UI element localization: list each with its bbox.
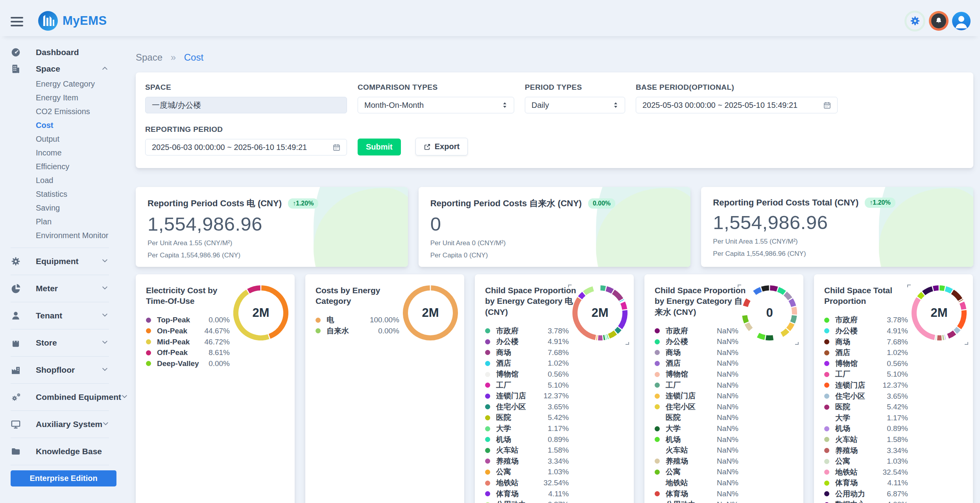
sidebar-subitem-co2-emissions[interactable]: CO2 Emissions	[11, 105, 111, 118]
legend-item[interactable]: 机场0.89%	[824, 423, 908, 435]
legend-item[interactable]: Off-Peak8.61%	[146, 347, 230, 358]
legend-item[interactable]: 养殖场3.34%	[485, 456, 569, 467]
sidebar-subitem-load[interactable]: Load	[11, 174, 111, 187]
sidebar-item-equipment[interactable]: Equipment	[11, 253, 111, 270]
legend-item[interactable]: 数据中心4.00%	[824, 499, 908, 503]
legend-item[interactable]: 自来水0.00%	[316, 325, 399, 337]
sidebar-subitem-income[interactable]: Income	[11, 146, 111, 160]
legend-item[interactable]: 连锁门店12.37%	[824, 380, 908, 391]
legend-item[interactable]: 连锁门店NaN%	[655, 390, 738, 401]
legend-item[interactable]: 公寓NaN%	[655, 467, 738, 478]
donut-chart[interactable]: 0	[742, 285, 797, 340]
legend-item[interactable]: 博物馆0.56%	[824, 358, 908, 369]
legend-item[interactable]: 住宅小区NaN%	[655, 401, 738, 412]
legend-item[interactable]: 市政府3.78%	[824, 315, 908, 326]
legend-item[interactable]: 电100.00%	[316, 315, 399, 326]
legend-item[interactable]: 地铁站32.54%	[485, 477, 569, 488]
legend-item[interactable]: 办公楼4.91%	[824, 325, 908, 337]
legend-item[interactable]: 大学1.17%	[485, 423, 569, 434]
legend-item[interactable]: 公寓1.03%	[824, 456, 908, 467]
base-period-input[interactable]: 2025-05-03 00:00:00 ~ 2025-05-10 15:49:2…	[636, 97, 838, 113]
legend-item[interactable]: 火车站NaN%	[655, 445, 738, 456]
legend-item[interactable]: 商场NaN%	[655, 347, 738, 358]
export-button[interactable]: Export	[415, 138, 468, 155]
legend-item[interactable]: 住宅小区3.65%	[824, 391, 908, 402]
donut-chart[interactable]: 2M	[572, 285, 627, 340]
app-logo[interactable]: MyEMS	[38, 11, 107, 31]
legend-item[interactable]: 工厂5.10%	[824, 369, 908, 380]
sidebar-subitem-environment-monitor[interactable]: Environment Monitor	[11, 229, 111, 242]
legend-item[interactable]: 市政府3.78%	[485, 325, 569, 337]
notifications-bell-icon[interactable]	[929, 11, 949, 31]
legend-item[interactable]: 体育场4.11%	[824, 478, 908, 489]
legend-item[interactable]: 大学NaN%	[655, 423, 738, 434]
sidebar-item-dashboard[interactable]: Dashboard	[11, 44, 111, 61]
legend-item[interactable]: On-Peak44.67%	[146, 325, 230, 337]
legend-item[interactable]: 住宅小区3.65%	[485, 401, 569, 412]
sidebar-item-tenant[interactable]: Tenant	[11, 307, 111, 324]
legend-item[interactable]: 地铁站NaN%	[655, 477, 738, 488]
legend-item[interactable]: 医院NaN%	[655, 412, 738, 423]
legend-item[interactable]: 地铁站32.54%	[824, 467, 908, 478]
sidebar-item-shopfloor[interactable]: Shopfloor	[11, 362, 111, 378]
submit-button[interactable]: Submit	[358, 139, 401, 155]
legend-item[interactable]: 火车站1.58%	[824, 434, 908, 445]
legend-item[interactable]: 养殖场3.34%	[824, 445, 908, 456]
sidebar-subitem-energy-item[interactable]: Energy Item	[11, 91, 111, 105]
legend-item[interactable]: 公用动力6.87%	[824, 488, 908, 499]
sidebar-item-store[interactable]: Store	[11, 335, 111, 351]
legend-item[interactable]: Mid-Peak46.72%	[146, 337, 230, 348]
legend-item[interactable]: 商场7.68%	[824, 337, 908, 348]
legend-item[interactable]: 工厂NaN%	[655, 380, 738, 391]
settings-gear-icon[interactable]	[904, 11, 925, 31]
legend-item[interactable]: 医院5.42%	[824, 401, 908, 412]
sidebar-item-space[interactable]: Space	[11, 61, 111, 77]
legend-item[interactable]: 公用动力6.87%	[485, 499, 569, 503]
legend-item[interactable]: Deep-Valley0.00%	[146, 358, 230, 369]
sidebar-item-knowledge-base[interactable]: Knowledge Base	[11, 443, 111, 460]
sidebar-subitem-saving[interactable]: Saving	[11, 201, 111, 215]
legend-item[interactable]: 火车站1.58%	[485, 445, 569, 456]
legend-item[interactable]: 体育场4.11%	[485, 488, 569, 499]
sidebar-subitem-statistics[interactable]: Statistics	[11, 187, 111, 201]
sidebar-item-meter[interactable]: Meter	[11, 280, 111, 297]
breadcrumb-cost-link[interactable]: Cost	[184, 52, 203, 63]
legend-item[interactable]: 工厂5.10%	[485, 380, 569, 391]
donut-chart[interactable]: 2M	[912, 285, 967, 340]
legend-item[interactable]: 酒店1.02%	[824, 347, 908, 358]
breadcrumb-space-link[interactable]: Space	[136, 52, 162, 63]
donut-chart[interactable]: 2M	[233, 285, 288, 340]
legend-item[interactable]: 机场NaN%	[655, 434, 738, 445]
legend-item[interactable]: 体育场NaN%	[655, 488, 738, 499]
sidebar-subitem-energy-category[interactable]: Energy Category	[11, 77, 111, 91]
user-avatar[interactable]	[952, 12, 971, 30]
legend-item[interactable]: 酒店1.02%	[485, 358, 569, 369]
sidebar-subitem-output[interactable]: Output	[11, 132, 111, 146]
sidebar-subitem-plan[interactable]: Plan	[11, 215, 111, 229]
period-types-select[interactable]: Daily	[525, 97, 625, 113]
legend-item[interactable]: 机场0.89%	[485, 434, 569, 445]
legend-item[interactable]: 连锁门店12.37%	[485, 390, 569, 401]
legend-item[interactable]: 办公楼4.91%	[485, 336, 569, 347]
sidebar-item-combined-equipment[interactable]: Combined Equipment	[11, 389, 111, 405]
donut-chart[interactable]: 2M	[403, 285, 458, 340]
sidebar-item-auxiliary-system[interactable]: Auxiliary System	[11, 416, 111, 433]
legend-item[interactable]: 公寓1.03%	[485, 467, 569, 478]
legend-item[interactable]: Top-Peak0.00%	[146, 315, 230, 326]
sidebar-subitem-efficiency[interactable]: Efficiency	[11, 160, 111, 174]
space-input[interactable]: 一度城/办公楼	[145, 97, 347, 113]
legend-item[interactable]: 市政府NaN%	[655, 325, 738, 337]
legend-item[interactable]: 办公楼NaN%	[655, 336, 738, 347]
enterprise-edition-button[interactable]: Enterprise Edition	[11, 470, 116, 486]
legend-item[interactable]: 博物馆NaN%	[655, 369, 738, 380]
legend-item[interactable]: 博物馆0.56%	[485, 369, 569, 380]
legend-item[interactable]: 医院5.42%	[485, 412, 569, 423]
sidebar-subitem-cost[interactable]: Cost	[11, 118, 111, 132]
hamburger-menu-icon[interactable]	[11, 17, 23, 26]
legend-item[interactable]: 大学1.17%	[824, 412, 908, 423]
legend-item[interactable]: 养殖场NaN%	[655, 456, 738, 467]
reporting-period-input[interactable]: 2025-06-03 00:00:00 ~ 2025-06-10 15:49:2…	[145, 139, 347, 155]
comparison-types-select[interactable]: Month-On-Month	[358, 97, 514, 113]
legend-item[interactable]: 公用动力NaN%	[655, 499, 738, 503]
legend-item[interactable]: 酒店NaN%	[655, 358, 738, 369]
